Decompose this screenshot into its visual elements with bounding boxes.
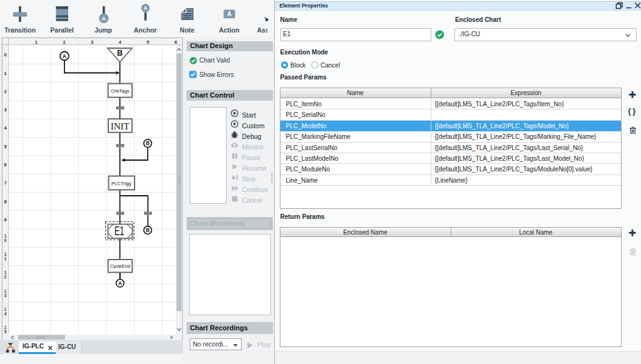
svg-text:0: 0 (4, 52, 6, 58)
svg-text:A: A (101, 15, 106, 22)
svg-text:1: 1 (4, 289, 7, 293)
svg-text:INIT: INIT (110, 121, 129, 131)
svg-text:A: A (143, 5, 147, 11)
svg-text:A: A (118, 280, 121, 286)
svg-text:2: 2 (63, 39, 65, 45)
svg-text:1: 1 (4, 307, 7, 311)
svg-text:6: 6 (4, 162, 6, 168)
svg-text:4: 4 (119, 39, 122, 45)
svg-text:2: 2 (4, 275, 7, 279)
svg-text:7: 7 (4, 180, 6, 186)
svg-text:1: 1 (4, 252, 7, 256)
svg-text:2: 2 (4, 89, 6, 94)
svg-text:E1: E1 (114, 225, 124, 238)
svg-text:5: 5 (4, 144, 6, 149)
svg-text:1: 1 (4, 71, 6, 76)
svg-text:A: A (62, 53, 66, 59)
svg-text:B: B (116, 49, 122, 58)
svg-text:9: 9 (4, 217, 6, 223)
svg-text:ChkTags: ChkTags (111, 88, 129, 94)
svg-text:4: 4 (4, 311, 7, 316)
svg-text:1: 1 (4, 234, 7, 238)
svg-text:6: 6 (175, 39, 177, 45)
svg-text:4: 4 (4, 125, 7, 131)
svg-text:3: 3 (91, 39, 93, 45)
svg-text:1: 1 (35, 39, 38, 45)
svg-text:B: B (145, 227, 149, 233)
svg-text:3: 3 (4, 107, 6, 113)
svg-text:PLCTrigg: PLCTrigg (111, 181, 131, 186)
svg-text:0: 0 (4, 238, 7, 243)
svg-text:3: 3 (4, 293, 7, 298)
svg-text:1: 1 (4, 325, 7, 330)
svg-text:8: 8 (4, 199, 6, 205)
svg-text:5: 5 (146, 39, 149, 45)
svg-text:B: B (145, 140, 149, 146)
svg-text:1: 1 (4, 256, 7, 261)
svg-text:CycleEnd: CycleEnd (110, 263, 130, 269)
svg-text:5: 5 (4, 330, 7, 334)
svg-text:A: A (227, 11, 232, 18)
svg-text:1: 1 (4, 270, 7, 275)
